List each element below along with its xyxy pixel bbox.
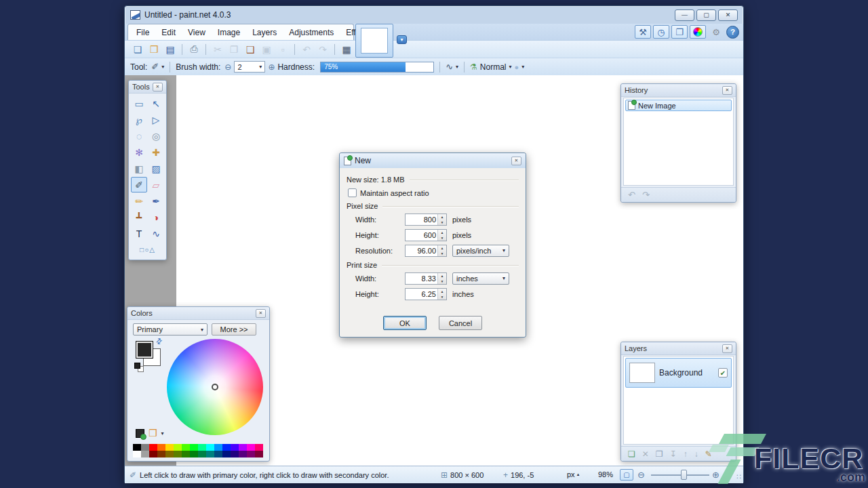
- palette-swatch[interactable]: [247, 444, 255, 451]
- move-layer-up-icon[interactable]: ↑: [684, 449, 688, 459]
- menu-view[interactable]: View: [182, 26, 212, 39]
- palette-swatch[interactable]: [149, 451, 157, 458]
- color-wheel-selector[interactable]: [212, 384, 218, 390]
- paste-icon[interactable]: ❑: [243, 43, 258, 56]
- layer-row-background[interactable]: Background ✔: [625, 358, 732, 388]
- paint-bucket-tool[interactable]: ◧: [131, 161, 147, 176]
- palette-swatch[interactable]: [214, 451, 222, 458]
- palette-swatch[interactable]: [255, 451, 263, 458]
- resolution-spinner[interactable]: ▲▼: [437, 245, 446, 256]
- palette-swatch[interactable]: [206, 444, 214, 451]
- palette-manager-icon[interactable]: ❒: [149, 428, 157, 439]
- layers-panel-close-icon[interactable]: ✕: [722, 344, 732, 353]
- save-icon[interactable]: ▤: [163, 43, 178, 56]
- color-picker-tool[interactable]: ✒: [148, 193, 164, 209]
- resolution-input[interactable]: 96.00 ▲▼: [405, 245, 447, 257]
- new-image-icon[interactable]: ❏: [130, 43, 145, 56]
- antialiasing-dropdown-arrow-icon[interactable]: ▾: [521, 64, 524, 70]
- print-width-input[interactable]: 8.33 ▲▼: [405, 272, 447, 285]
- palette-swatch[interactable]: [206, 451, 214, 458]
- menu-layers[interactable]: Layers: [246, 26, 283, 39]
- shapes-tool[interactable]: □○△: [131, 242, 164, 258]
- line-curve-tool[interactable]: ∿: [148, 226, 164, 241]
- add-color-to-palette-icon[interactable]: [136, 429, 144, 438]
- tool-dropdown-arrow-icon[interactable]: ▾: [161, 64, 164, 70]
- history-item-new-image[interactable]: New Image: [625, 100, 732, 111]
- delete-layer-icon[interactable]: ✕: [642, 449, 649, 459]
- zoom-tool[interactable]: ◎: [148, 128, 164, 144]
- palette-swatch[interactable]: [247, 451, 255, 458]
- antialiasing-icon[interactable]: ●: [515, 63, 519, 71]
- print-width-unit-dropdown[interactable]: inches ▾: [452, 272, 509, 285]
- palette-swatch[interactable]: [231, 451, 239, 458]
- lasso-select-tool[interactable]: ℘: [131, 112, 147, 127]
- add-layer-icon[interactable]: ❏: [628, 449, 635, 459]
- palette-swatch[interactable]: [239, 451, 247, 458]
- print-icon[interactable]: ⎙: [186, 43, 201, 56]
- zoom-slider-thumb[interactable]: [681, 470, 687, 480]
- history-undo-icon[interactable]: ↶: [628, 190, 635, 200]
- minimize-button[interactable]: —: [675, 9, 694, 21]
- history-redo-icon[interactable]: ↷: [642, 190, 650, 200]
- primary-color-swatch[interactable]: [136, 341, 153, 359]
- unit-dropdown[interactable]: px ▴: [567, 470, 579, 479]
- palette-swatch[interactable]: [157, 444, 165, 451]
- layers-window-toggle-icon[interactable]: ❐: [671, 25, 688, 39]
- palette-swatch[interactable]: [182, 444, 190, 451]
- palette-swatch[interactable]: [182, 451, 190, 458]
- grid-toggle-icon[interactable]: ▦: [339, 43, 354, 56]
- palette-swatch[interactable]: [174, 451, 182, 458]
- clone-stamp-tool[interactable]: ┻: [131, 209, 147, 225]
- palette-swatch[interactable]: [149, 444, 157, 451]
- swap-colors-icon[interactable]: ⇄: [154, 336, 165, 347]
- palette-swatch[interactable]: [141, 444, 149, 451]
- tools-panel-close-icon[interactable]: ✕: [153, 83, 163, 92]
- pixel-height-input[interactable]: 600 ▲▼: [405, 229, 447, 241]
- color-wheel[interactable]: [167, 339, 263, 435]
- help-icon[interactable]: ?: [726, 26, 739, 39]
- color-mode-select[interactable]: Primary ▾: [133, 323, 208, 336]
- merge-down-icon[interactable]: ↧: [670, 449, 677, 459]
- maximize-button[interactable]: ▢: [696, 9, 716, 21]
- pixel-width-input[interactable]: 800 ▲▼: [405, 214, 447, 226]
- copy-icon[interactable]: ❐: [226, 43, 241, 56]
- paintbrush-tool[interactable]: ✐: [131, 177, 147, 192]
- colors-panel-close-icon[interactable]: ✕: [256, 309, 266, 318]
- colors-window-toggle-icon[interactable]: [690, 25, 706, 39]
- magic-wand-tool[interactable]: ✻: [131, 144, 147, 160]
- palette-swatch[interactable]: [231, 444, 239, 451]
- history-panel-close-icon[interactable]: ✕: [722, 86, 732, 95]
- palette-swatch[interactable]: [198, 444, 206, 451]
- blend-mode-value[interactable]: Normal: [480, 62, 507, 72]
- maintain-aspect-checkbox[interactable]: [348, 188, 357, 197]
- eraser-tool[interactable]: ▱: [148, 177, 164, 192]
- settings-icon[interactable]: ⚙: [708, 25, 724, 39]
- zoom-slider-track[interactable]: [651, 474, 709, 476]
- reset-colors-icon[interactable]: [134, 363, 144, 372]
- zoom-to-window-button[interactable]: ▢: [620, 469, 633, 481]
- cancel-button[interactable]: Cancel: [439, 316, 482, 330]
- open-image-tab[interactable]: [355, 24, 393, 58]
- menu-image[interactable]: Image: [212, 26, 246, 39]
- palette-swatch[interactable]: [165, 451, 174, 458]
- menu-adjustments[interactable]: Adjustments: [283, 26, 340, 39]
- palette-swatch[interactable]: [141, 451, 149, 458]
- zoom-level-value[interactable]: 98%: [589, 470, 613, 479]
- resolution-unit-dropdown[interactable]: pixels/inch ▾: [452, 245, 509, 257]
- pixel-width-spinner[interactable]: ▲▼: [437, 214, 446, 225]
- history-window-toggle-icon[interactable]: ◷: [653, 25, 669, 39]
- crop-to-selection-icon[interactable]: ▣: [259, 43, 274, 56]
- selection-mode-dropdown-arrow-icon[interactable]: ▾: [456, 64, 458, 70]
- palette-swatch[interactable]: [174, 444, 182, 451]
- menu-file[interactable]: File: [130, 26, 155, 39]
- deselect-icon[interactable]: ▫: [275, 43, 290, 56]
- brush-width-combo[interactable]: 2 ▾: [234, 61, 265, 73]
- current-tool-brush-icon[interactable]: ✐: [151, 62, 159, 72]
- palette-swatch[interactable]: [133, 451, 141, 458]
- layer-visibility-checkbox[interactable]: ✔: [718, 368, 728, 378]
- ellipse-select-tool[interactable]: ◌: [131, 128, 147, 144]
- zoom-out-icon[interactable]: ⊖: [637, 470, 645, 480]
- text-tool[interactable]: T: [131, 226, 147, 241]
- pencil-tool[interactable]: ✏: [131, 193, 147, 209]
- pixel-height-spinner[interactable]: ▲▼: [437, 230, 446, 241]
